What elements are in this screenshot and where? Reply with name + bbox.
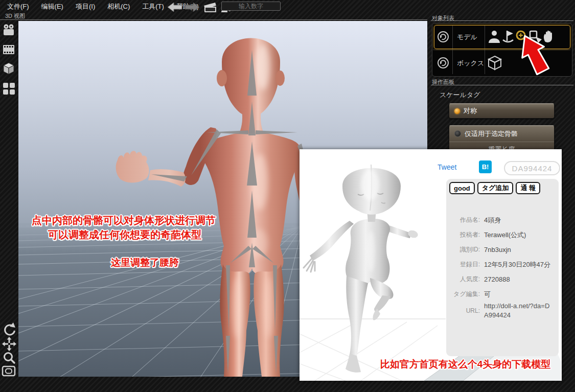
field-tag-edit: タグ編集: 可 <box>446 287 555 302</box>
field-value: Terawell(公式) <box>484 230 551 240</box>
field-value[interactable]: http://doll-a.net/?da=DA994424 <box>484 302 551 319</box>
info-buttons: good タグ追加 通 報 <box>449 182 540 194</box>
forward-arrow-icon[interactable] <box>185 2 200 12</box>
annotation-line2: 可以调整成任何你想要的奇葩体型 <box>48 228 201 242</box>
field-label: 作品名: <box>446 216 480 224</box>
menu-camera[interactable]: 相机(C) <box>107 2 130 11</box>
scale-tag-label: スケールタグ <box>440 90 480 100</box>
film-strip-icon[interactable] <box>2 42 17 57</box>
field-id: 識別ID: 7nb3uxjn <box>446 242 555 257</box>
menu-tools[interactable]: 工具(T) <box>142 2 164 11</box>
divider <box>431 20 573 21</box>
object-row-label: ボックス <box>457 59 484 68</box>
radio-on-icon <box>454 108 460 114</box>
annotation-line1: 点中内部的骨骼可以对身体形状进行调节 <box>32 214 216 227</box>
field-value: 12年5月30日20時47分 <box>484 260 551 269</box>
field-popularity: 人気度: 2720888 <box>446 272 555 287</box>
divider <box>449 142 554 142</box>
field-value: 7nb3uxjn <box>484 245 551 255</box>
field-label: URL: <box>446 307 480 314</box>
selected-bones-label: 仅适用于选定骨骼 <box>465 129 518 139</box>
tag-add-button[interactable]: タグ追加 <box>477 182 514 194</box>
cube-icon[interactable] <box>2 61 17 77</box>
red-pointer-arrow <box>510 30 559 79</box>
field-title: 作品名: 4頭身 <box>446 213 555 227</box>
website-screenshot-popup: Tweet B! DA994424 good タグ追加 通 報 作品名: 4頭身… <box>300 149 562 381</box>
radio-off-icon <box>454 130 461 137</box>
divider <box>431 85 573 85</box>
good-button[interactable]: good <box>449 182 475 194</box>
hatena-bookmark-button[interactable]: B! <box>479 160 492 173</box>
visibility-icon[interactable] <box>436 56 450 70</box>
annotation-line3: 这里调整了腰胯 <box>111 256 179 269</box>
viewport-label: 3D 视图 <box>5 12 25 20</box>
pan-view-icon[interactable] <box>2 336 17 352</box>
quad-view-icon[interactable] <box>2 81 17 96</box>
menu-edit[interactable]: 编辑(E) <box>41 2 63 11</box>
field-label: タグ編集: <box>446 290 480 298</box>
field-author: 投稿者: Terawell(公式) <box>446 227 555 242</box>
symmetry-label: 对称 <box>464 106 477 116</box>
popup-annotation: 比如官方首页有这么个4头身的下载模型 <box>371 358 560 371</box>
field-value: 4頭身 <box>484 216 551 225</box>
report-button[interactable]: 通 報 <box>516 182 540 194</box>
object-row-label: モデル <box>457 33 477 42</box>
movie-camera-icon[interactable] <box>2 22 17 38</box>
divider <box>0 19 427 20</box>
back-arrow-icon[interactable] <box>167 2 182 12</box>
field-url: URL: http://doll-a.net/?da=DA994424 <box>446 302 555 319</box>
figure-left-hand <box>304 259 315 272</box>
field-label: 投稿者: <box>446 230 480 239</box>
rotate-view-icon[interactable] <box>2 322 17 337</box>
tweet-link[interactable]: Tweet <box>438 163 456 171</box>
menu-file[interactable]: 文件(F) <box>7 2 29 11</box>
symmetry-toggle-button[interactable]: 对称 <box>449 103 555 119</box>
number-input[interactable] <box>221 2 281 11</box>
selected-bones-toggle[interactable]: 仅适用于选定骨骼 <box>449 126 554 142</box>
field-label: 登録日: <box>446 260 480 269</box>
popup-floor-grid <box>300 320 438 381</box>
field-value: 可 <box>484 290 551 299</box>
frame-select-icon[interactable] <box>2 364 17 379</box>
menu-project[interactable]: 项目(I) <box>76 2 95 11</box>
box-icon[interactable] <box>487 55 503 71</box>
field-value: 2720888 <box>484 275 551 284</box>
field-label: 人気度: <box>446 275 480 284</box>
model-fields: 作品名: 4頭身 投稿者: Terawell(公式) 識別ID: 7nb3uxj… <box>446 213 555 319</box>
field-label: 識別ID: <box>446 245 480 254</box>
field-date: 登録日: 12年5月30日20時47分 <box>446 257 555 272</box>
model-info-panel: good タグ追加 通 報 作品名: 4頭身 投稿者: Terawell(公式)… <box>446 179 559 356</box>
body-icon[interactable] <box>487 29 502 44</box>
clapperboard-icon[interactable] <box>203 2 217 13</box>
model-id-field[interactable]: DA994424 <box>504 161 560 175</box>
menu-bar: 文件(F) 编辑(E) 项目(I) 相机(C) 工具(T) 帮助(H) <box>0 0 575 12</box>
visibility-icon[interactable] <box>436 30 450 43</box>
app-window: { "menu": { "items": [ {"label": "文件(F)"… <box>0 0 575 392</box>
